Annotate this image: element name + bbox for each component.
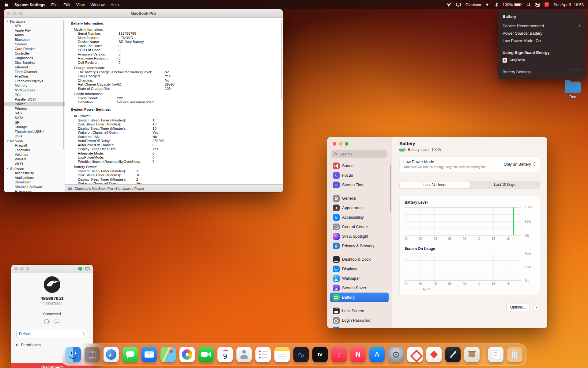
settings-sidebar-item[interactable]: Desktop & Dock <box>330 255 389 264</box>
sidebar-item[interactable]: USB <box>4 134 65 139</box>
sidebar-item[interactable]: Disc Burning <box>4 60 65 65</box>
close-button[interactable] <box>333 142 336 146</box>
new-session-icon[interactable] <box>85 267 90 271</box>
settings-sidebar-item[interactable]: Lock Screen <box>330 306 389 316</box>
active-app-menu[interactable]: System Settings <box>14 2 45 7</box>
menubar-date[interactable]: Sun Apr 9 <box>553 2 571 7</box>
dock-app-icon[interactable] <box>123 347 138 362</box>
desktop-folder-doc[interactable]: Doc <box>564 82 581 99</box>
sidebar-item[interactable]: Audio <box>4 33 65 37</box>
battery-settings-item[interactable]: Battery Settings... <box>498 68 586 76</box>
energy-app-row[interactable]: AnyDesk <box>498 56 586 64</box>
dock-app-icon[interactable] <box>445 347 461 362</box>
title-bar[interactable]: MacBook Pro <box>4 9 283 18</box>
dock-app-icon[interactable]: APR 9 <box>217 347 233 362</box>
file-transfer-icon[interactable] <box>44 319 50 324</box>
dock-app-icon[interactable] <box>426 347 442 362</box>
dock-app-icon[interactable] <box>66 347 81 362</box>
close-button[interactable] <box>14 267 18 270</box>
folder-icon[interactable] <box>565 82 581 93</box>
time-range-tab[interactable]: Last 24 Hours <box>400 181 470 189</box>
sidebar-item[interactable]: Apple Pay <box>4 28 65 33</box>
sidebar-item[interactable]: Accessibility <box>4 171 65 175</box>
sidebar-item[interactable]: Parallel SCSI <box>4 97 65 102</box>
sidebar-item[interactable]: Camera <box>4 42 65 47</box>
sidebar-item[interactable]: Ethernet <box>4 65 65 70</box>
dock-app-icon[interactable] <box>255 347 271 362</box>
sidebar-item[interactable]: Diagnostics <box>4 56 65 60</box>
sidebar-scrollbar[interactable] <box>63 20 64 149</box>
battery-status[interactable]: 100% <box>503 2 522 7</box>
dock-app-icon[interactable]: A <box>369 347 385 362</box>
minimize-button[interactable] <box>339 142 342 146</box>
dock-app-icon[interactable] <box>293 347 309 362</box>
dock-app-icon[interactable] <box>198 347 214 362</box>
menubar-time[interactable]: 18:53 <box>574 2 584 7</box>
settings-sidebar-item[interactable]: General <box>330 194 389 203</box>
sidebar-item[interactable]: Memory <box>4 83 65 88</box>
time-range-tab[interactable]: Last 10 Days <box>470 181 540 189</box>
options-button[interactable]: Options... <box>506 304 530 311</box>
volume-icon[interactable] <box>486 3 490 6</box>
zoom-button[interactable] <box>26 267 29 270</box>
anydesk-id[interactable]: 495987851 <box>40 296 63 301</box>
dock-app-icon[interactable] <box>179 347 195 362</box>
sidebar-item[interactable]: Printers <box>4 106 65 111</box>
dock-app-icon[interactable] <box>236 347 252 362</box>
content-scrollbar[interactable] <box>281 20 282 100</box>
settings-sidebar-item[interactable]: Login Password <box>330 316 389 325</box>
sidebar-item[interactable]: Firewall <box>4 143 65 148</box>
title-bar[interactable] <box>11 265 93 273</box>
dock-app-icon[interactable]: N <box>350 347 366 362</box>
sidebar-item[interactable]: Card Reader <box>4 47 65 51</box>
sidebar-group-header[interactable]: Software <box>4 166 65 171</box>
sidebar-item[interactable]: NVMExpress <box>4 88 65 93</box>
settings-sidebar-item[interactable]: Control Center <box>330 222 389 232</box>
low-power-mode-select[interactable]: Only on Battery <box>503 162 536 167</box>
sidebar-item[interactable]: Applications <box>4 175 65 180</box>
dock-app-icon[interactable] <box>464 347 480 362</box>
settings-sidebar-item[interactable]: Displays <box>330 264 389 274</box>
settings-sidebar-item[interactable]: Battery <box>330 293 389 302</box>
sidebar-item[interactable]: Bluetooth <box>4 37 65 42</box>
wifi-icon[interactable] <box>446 3 451 7</box>
menu-item[interactable]: File <box>51 2 58 7</box>
sidebar-item[interactable]: Wi-Fi <box>4 162 65 166</box>
dock-app-icon[interactable] <box>160 347 176 362</box>
help-button[interactable]: ? <box>533 304 540 311</box>
dock-app-icon[interactable] <box>104 347 119 362</box>
sidebar-item[interactable]: Controller <box>4 51 65 56</box>
bluetooth-icon[interactable] <box>495 2 498 7</box>
sidebar-item[interactable]: SATA <box>4 116 65 120</box>
chat-icon[interactable] <box>54 319 60 324</box>
settings-sidebar-item[interactable]: Users & Groups <box>330 325 389 328</box>
settings-sidebar-item[interactable]: Wallpaper <box>330 274 389 283</box>
sidebar-item[interactable]: WWAN <box>4 157 65 162</box>
sidebar-item[interactable]: Developer <box>4 180 65 185</box>
anydesk-menubar-icon[interactable] <box>545 2 549 7</box>
sidebar-item[interactable]: Extensions <box>4 189 65 192</box>
sidebar-item[interactable]: SAS <box>4 111 65 116</box>
profile-select[interactable]: Default <box>16 330 88 338</box>
dock-app-icon[interactable] <box>141 347 157 362</box>
control-center-icon[interactable] <box>535 3 540 7</box>
sidebar-item[interactable]: FireWire <box>4 74 65 79</box>
menu-item[interactable]: Edit <box>63 2 70 7</box>
dock-app-icon[interactable] <box>388 347 404 362</box>
settings-sidebar-item[interactable]: Siri & Spotlight <box>330 232 389 241</box>
settings-sidebar-item[interactable]: Privacy & Security <box>330 241 389 251</box>
sidebar-group-header[interactable]: Hardware <box>4 19 65 24</box>
permissions-disclosure[interactable]: Permissions <box>16 343 41 347</box>
sidebar-item[interactable]: SPI <box>4 120 65 125</box>
sidebar-item[interactable]: PCI <box>4 93 65 97</box>
sidebar-item[interactable]: Disabled Software <box>4 185 65 189</box>
sidebar-item[interactable]: Locations <box>4 148 65 152</box>
sidebar-item[interactable]: Volumes <box>4 152 65 157</box>
sidebar-scrollbar[interactable] <box>390 165 391 212</box>
minimize-button[interactable] <box>20 267 24 270</box>
dock-app-icon[interactable] <box>85 347 100 362</box>
menu-item[interactable]: View <box>76 2 85 7</box>
sidebar-group-header[interactable]: Network <box>4 139 65 143</box>
sidebar-item[interactable]: Thunderbolt/USB4 <box>4 129 65 134</box>
menu-item[interactable]: Help <box>111 2 119 7</box>
